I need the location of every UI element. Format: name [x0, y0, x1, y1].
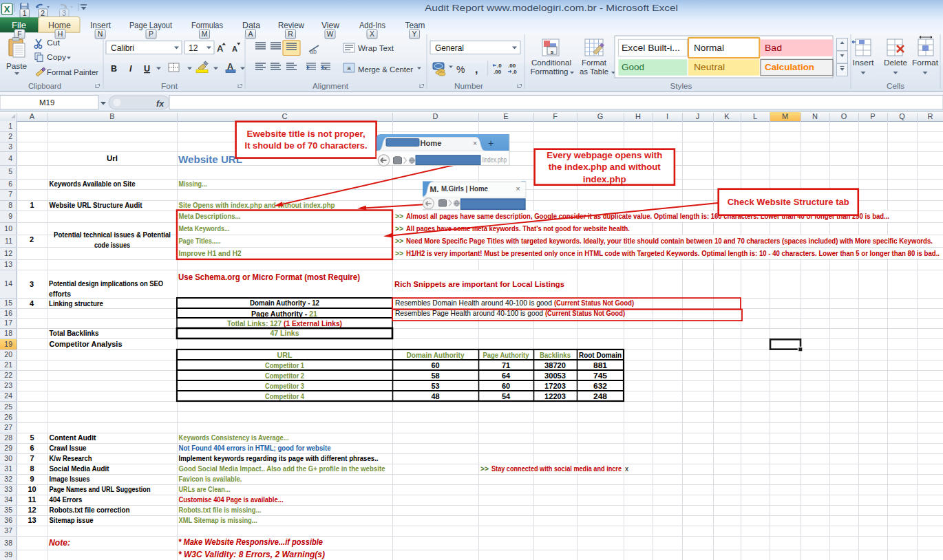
svg-text:Totlal Links: 127 (1 External: Totlal Links: 127 (1 External Links) [227, 319, 342, 327]
svg-text:28: 28 [4, 433, 12, 442]
svg-text:32: 32 [4, 475, 12, 483]
svg-text:Linking structure: Linking structure [49, 299, 103, 308]
svg-text:L: L [753, 112, 757, 120]
svg-text:URL: URL [277, 351, 293, 359]
svg-text:.0: .0 [497, 63, 502, 69]
svg-text:2: 2 [41, 9, 45, 17]
svg-text:Site Opens with index.php and: Site Opens with index.php and without in… [179, 201, 335, 209]
svg-text:11: 11 [28, 495, 36, 504]
svg-text:the index.php and without: the index.php and without [549, 162, 661, 172]
svg-text:R: R [288, 30, 293, 38]
svg-text:Insert: Insert [853, 58, 874, 67]
svg-text:URLs are Clean...: URLs are Clean... [179, 485, 231, 493]
svg-text:11: 11 [5, 237, 12, 245]
svg-text:M.: M. [430, 185, 439, 193]
svg-text:Potential design implications: Potential design implications on SEO [49, 279, 163, 288]
svg-text:Social Media Audit: Social Media Audit [50, 464, 109, 473]
svg-text:Normal: Normal [694, 43, 724, 53]
svg-text:Content Audit: Content Audit [50, 433, 96, 442]
svg-text:Meta Keywords...: Meta Keywords... [179, 224, 230, 233]
svg-text:File: File [12, 21, 26, 30]
svg-text:9: 9 [8, 212, 12, 220]
svg-text:Ewebsite title is not proper,: Ewebsite title is not proper, [247, 129, 365, 139]
svg-text:35: 35 [4, 506, 12, 514]
svg-text:4: 4 [30, 299, 34, 308]
svg-text:Add-Ins: Add-Ins [359, 21, 385, 30]
svg-text:Total Backlinks: Total Backlinks [50, 329, 99, 337]
svg-text:code issues: code issues [94, 241, 130, 249]
svg-text:Wrap Text: Wrap Text [358, 44, 394, 52]
svg-text:Calibri: Calibri [111, 43, 134, 53]
svg-text:1: 1 [23, 9, 27, 17]
svg-text:Stay connected with social med: Stay connected with social media and inc… [491, 465, 622, 473]
svg-text:1: 1 [8, 122, 12, 130]
svg-text:404 Errors: 404 Errors [50, 495, 83, 504]
svg-text:N: N [812, 112, 818, 120]
svg-text:18: 18 [4, 329, 12, 337]
svg-text:Image Issues: Image Issues [50, 475, 90, 483]
svg-text:H1/H2 is very important! Must: H1/H2 is very important! Must be present… [406, 250, 940, 257]
svg-text:Competitor 4: Competitor 4 [265, 392, 305, 400]
svg-text:48: 48 [431, 392, 439, 400]
svg-text:H: H [635, 112, 641, 120]
svg-text:M: M [202, 30, 208, 38]
svg-text:22: 22 [4, 371, 12, 379]
svg-text:30053: 30053 [544, 371, 566, 380]
svg-text:38720: 38720 [544, 361, 566, 369]
svg-text:General: General [435, 43, 464, 53]
svg-text:(Current Status Not Good): (Current Status Not Good) [554, 299, 634, 307]
svg-text:* W3C Validity: 8 Errors, 2 W: * W3C Validity: 8 Errors, 2 Warning(s) [178, 550, 325, 559]
svg-text:12: 12 [4, 249, 12, 257]
svg-text:It should be of 70 characters.: It should be of 70 characters. [245, 140, 368, 151]
svg-text:29: 29 [4, 444, 12, 452]
svg-text:Need More Specific Page Titles: Need More Specific Page Titles with targ… [406, 237, 933, 245]
svg-text:Cells: Cells [887, 82, 905, 90]
svg-text:Competitor 2: Competitor 2 [265, 371, 304, 380]
svg-text:Use Schema.org or Micro Format: Use Schema.org or Micro Format (most Req… [178, 272, 360, 282]
svg-text:Page Authority - 21: Page Authority - 21 [251, 310, 317, 318]
svg-text:17203: 17203 [544, 382, 566, 390]
svg-text:index.php: index.php [583, 174, 626, 184]
svg-text:Insert: Insert [90, 21, 112, 30]
svg-text:A: A [232, 45, 237, 53]
svg-text:Every webpage opens with: Every webpage opens with [547, 150, 662, 160]
svg-text:Crawl Issue: Crawl Issue [50, 444, 87, 452]
svg-text:64: 64 [502, 371, 511, 380]
svg-text:A: A [30, 112, 35, 120]
svg-text:6: 6 [8, 180, 12, 188]
svg-text:x: x [625, 465, 628, 473]
svg-text:54: 54 [502, 392, 511, 400]
svg-text:12: 12 [189, 43, 198, 53]
svg-text:×: × [516, 184, 520, 193]
svg-text:7: 7 [30, 454, 34, 462]
svg-text:71: 71 [502, 361, 510, 369]
svg-text:B: B [109, 112, 114, 120]
svg-text:Formulas: Formulas [191, 21, 223, 30]
svg-text:>>: >> [395, 225, 403, 233]
svg-text:Website URL Structure Audit: Website URL Structure Audit [50, 201, 142, 209]
svg-text:Alignment: Alignment [312, 82, 348, 90]
svg-text:53: 53 [431, 382, 439, 390]
svg-text:Url: Url [107, 154, 118, 162]
svg-text:Page Names and URL Suggestion: Page Names and URL Suggestion [50, 485, 151, 493]
svg-text:D: D [433, 112, 438, 120]
svg-text:2: 2 [30, 235, 34, 244]
svg-text:Bad: Bad [765, 43, 782, 53]
svg-text:12: 12 [28, 506, 36, 514]
svg-text:Missing...: Missing... [179, 180, 207, 188]
svg-text:* Make Website Responsive...if: * Make Website Responsive...if possible [178, 537, 323, 547]
svg-text:as Table: as Table [580, 67, 608, 76]
svg-text:M: M [782, 112, 788, 120]
svg-text:×: × [473, 139, 477, 147]
svg-text:3: 3 [62, 9, 66, 17]
svg-text:3: 3 [8, 142, 12, 151]
svg-text:Competitor Analysis: Competitor Analysis [50, 340, 123, 348]
svg-text:Format Painter: Format Painter [47, 68, 98, 76]
svg-text:Rich Snippets are important fo: Rich Snippets are important for Local Li… [394, 280, 564, 288]
svg-text:60: 60 [431, 361, 439, 369]
svg-text:36: 36 [4, 516, 12, 524]
svg-text:60: 60 [502, 382, 510, 390]
svg-text:Clipboard: Clipboard [28, 82, 61, 90]
svg-text:P: P [149, 30, 153, 38]
svg-text:Data: Data [242, 21, 260, 30]
